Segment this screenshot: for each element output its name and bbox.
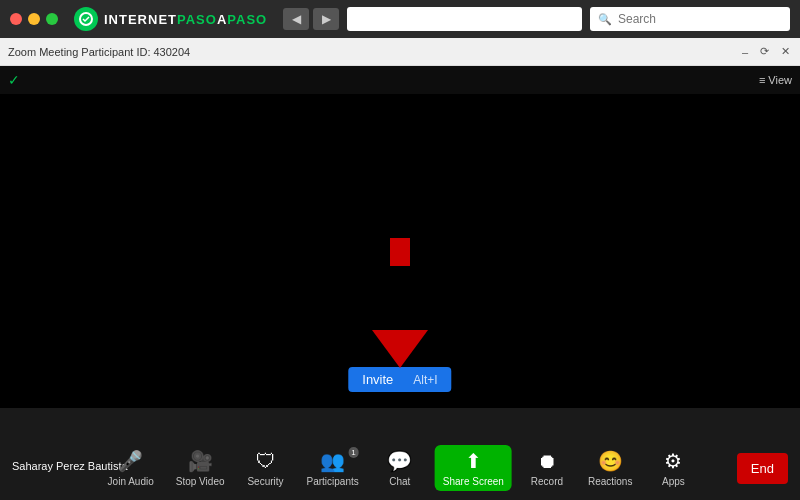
zoom-title-text: Zoom Meeting Participant ID: 430204 xyxy=(8,46,190,58)
toolbar-center: 🎤 Join Audio 🎥 Stop Video 🛡 Security 👥 1… xyxy=(102,445,699,491)
close-traffic-light[interactable] xyxy=(10,13,22,25)
nav-back-button[interactable]: ◀ xyxy=(283,8,309,30)
chat-icon: 💬 xyxy=(387,449,412,473)
arrow-stem xyxy=(390,238,410,266)
record-label: Record xyxy=(531,476,563,487)
logo-icon xyxy=(74,7,98,31)
title-bar: INTERNETPASOAPASO ◀ ▶ 🔍 xyxy=(0,0,800,38)
zoom-title-controls: – ⟳ ✕ xyxy=(740,45,792,58)
nav-forward-button[interactable]: ▶ xyxy=(313,8,339,30)
invite-label: Invite xyxy=(362,372,393,387)
search-input[interactable] xyxy=(618,12,782,26)
record-button[interactable]: ⏺ Record xyxy=(522,446,572,491)
participants-button[interactable]: 👥 1 Participants xyxy=(301,445,365,491)
record-icon: ⏺ xyxy=(537,450,557,473)
participants-icon: 👥 xyxy=(320,449,345,473)
invite-shortcut: Alt+I xyxy=(413,373,437,387)
zoom-restore-button[interactable]: ⟳ xyxy=(758,45,771,58)
zoom-title-bar: Zoom Meeting Participant ID: 430204 – ⟳ … xyxy=(0,38,800,66)
security-label: Security xyxy=(247,476,283,487)
fullscreen-traffic-light[interactable] xyxy=(46,13,58,25)
apps-label: Apps xyxy=(662,476,685,487)
traffic-lights xyxy=(10,13,58,25)
search-icon: 🔍 xyxy=(598,13,612,26)
url-input[interactable] xyxy=(347,7,582,31)
participants-badge: 1 xyxy=(348,447,358,458)
security-button[interactable]: 🛡 Security xyxy=(241,446,291,491)
chat-label: Chat xyxy=(389,476,410,487)
apps-button[interactable]: ⚙ Apps xyxy=(648,445,698,491)
logo-text: INTERNETPASOAPASO xyxy=(104,12,267,27)
stop-video-label: Stop Video xyxy=(176,476,225,487)
search-bar[interactable]: 🔍 xyxy=(590,7,790,31)
logo-area: INTERNETPASOAPASO xyxy=(74,7,267,31)
join-audio-button[interactable]: 🎤 Join Audio xyxy=(102,445,160,491)
share-screen-label: Share Screen xyxy=(443,476,504,487)
invite-popup[interactable]: Invite Alt+I xyxy=(348,367,451,392)
meeting-top-bar: ✓ ≡ View xyxy=(0,66,800,94)
participants-label: Participants xyxy=(307,476,359,487)
minimize-traffic-light[interactable] xyxy=(28,13,40,25)
arrow-head xyxy=(372,330,428,368)
zoom-close-button[interactable]: ✕ xyxy=(779,45,792,58)
join-audio-label: Join Audio xyxy=(108,476,154,487)
meeting-area: ✓ ≡ View Invite Alt+I xyxy=(0,66,800,436)
security-icon: 🛡 xyxy=(256,450,276,473)
stop-video-button[interactable]: 🎥 Stop Video xyxy=(170,445,231,491)
reactions-label: Reactions xyxy=(588,476,632,487)
share-screen-button[interactable]: ⬆ Share Screen xyxy=(435,445,512,491)
share-screen-icon: ⬆ xyxy=(465,449,482,473)
apps-icon: ⚙ xyxy=(664,449,682,473)
security-shield-icon: ✓ xyxy=(8,72,20,88)
view-button[interactable]: ≡ View xyxy=(759,74,792,86)
nav-buttons: ◀ ▶ xyxy=(283,8,339,30)
reactions-icon: 😊 xyxy=(598,449,623,473)
zoom-minimize-button[interactable]: – xyxy=(740,46,750,58)
red-arrow-indicator xyxy=(372,302,428,368)
bottom-toolbar: Saharay Perez Bautista 🎤 Join Audio 🎥 St… xyxy=(0,436,800,500)
join-audio-icon: 🎤 xyxy=(118,449,143,473)
chat-button[interactable]: 💬 Chat xyxy=(375,445,425,491)
end-button[interactable]: End xyxy=(737,453,788,484)
reactions-button[interactable]: 😊 Reactions xyxy=(582,445,638,491)
stop-video-icon: 🎥 xyxy=(188,449,213,473)
